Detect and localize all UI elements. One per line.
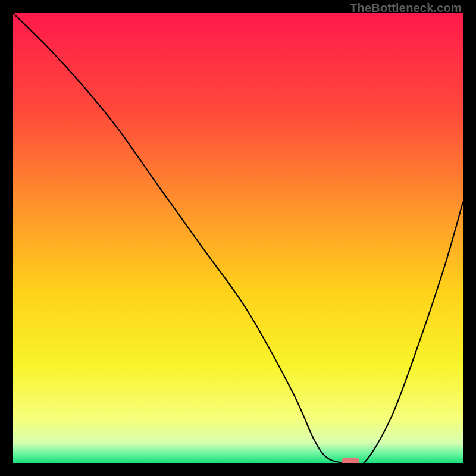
gradient-fill [13, 13, 463, 463]
chart-svg [13, 13, 463, 463]
chart-frame [13, 13, 463, 463]
watermark-text: TheBottleneck.com [350, 1, 462, 15]
optimal-marker [342, 458, 359, 463]
